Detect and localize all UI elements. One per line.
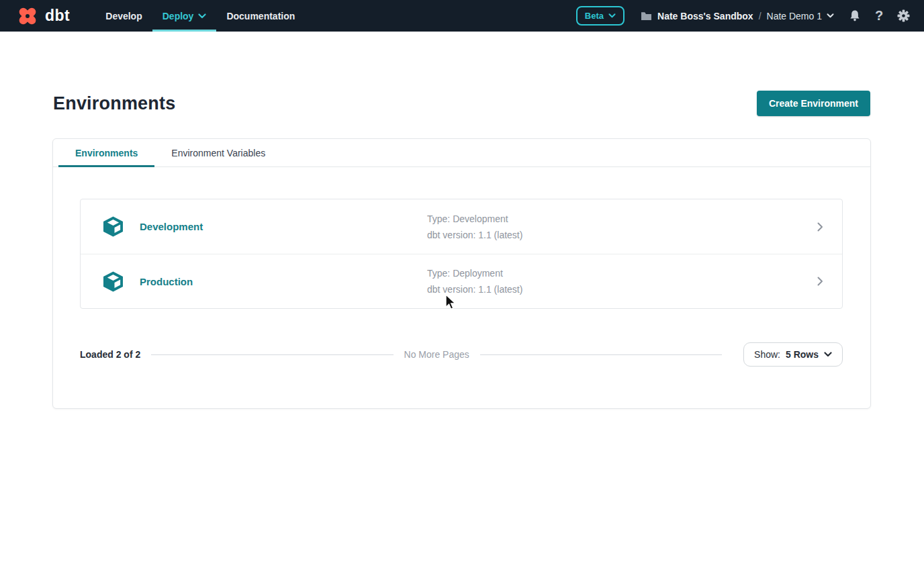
settings-gear-icon[interactable] [896, 7, 911, 25]
environment-cube-icon [101, 214, 126, 239]
nav-active-underline [152, 30, 217, 32]
divider-line [480, 354, 722, 355]
environment-name: Production [140, 276, 427, 287]
environment-row-development[interactable]: Development Type: Development dbt versio… [81, 199, 842, 254]
pagination-bar: Loaded 2 of 2 No More Pages Show: 5 Rows [80, 342, 843, 367]
chevron-down-icon [198, 13, 206, 19]
page-header: Environments Create Environment [0, 32, 924, 116]
page-title: Environments [53, 93, 175, 114]
chevron-down-icon [827, 13, 834, 18]
rows-value: 5 Rows [786, 349, 819, 360]
breadcrumb: Nate Boss's Sandbox / Nate Demo 1 [641, 11, 834, 21]
environment-version: dbt version: 1.1 (latest) [427, 284, 522, 295]
chevron-right-icon [817, 222, 823, 232]
folder-icon [641, 11, 652, 21]
breadcrumb-separator: / [759, 11, 761, 21]
environment-meta: Type: Deployment dbt version: 1.1 (lates… [427, 268, 522, 295]
notifications-bell-icon[interactable] [847, 7, 862, 25]
show-label: Show: [754, 349, 780, 360]
no-more-pages-label: No More Pages [404, 349, 469, 360]
nav-develop[interactable]: Develop [95, 0, 152, 32]
environment-type: Type: Development [427, 213, 522, 224]
divider-line [151, 354, 393, 355]
tab-environments[interactable]: Environments [58, 139, 154, 166]
environment-name: Development [140, 221, 427, 232]
dbt-logo[interactable]: dbt [16, 0, 70, 32]
topbar: dbt Develop Deploy Documentation Beta Na… [0, 0, 924, 32]
environment-list: Development Type: Development dbt versio… [80, 199, 843, 309]
brand-name: dbt [45, 7, 70, 25]
help-icon[interactable]: ? [872, 7, 886, 25]
environment-meta: Type: Development dbt version: 1.1 (late… [427, 213, 522, 240]
breadcrumb-account[interactable]: Nate Boss's Sandbox [657, 11, 753, 21]
loaded-count: Loaded 2 of 2 [80, 349, 140, 360]
beta-dropdown[interactable]: Beta [576, 6, 625, 26]
top-nav: Develop Deploy Documentation [95, 0, 305, 32]
breadcrumb-project-dropdown[interactable]: Nate Demo 1 [767, 11, 834, 21]
dbt-logo-icon [16, 5, 39, 28]
chevron-down-icon [608, 13, 616, 18]
chevron-right-icon [817, 277, 823, 286]
card-body: Development Type: Development dbt versio… [53, 167, 870, 367]
main-content: Environments Create Environment Environm… [0, 32, 924, 409]
environment-row-production[interactable]: Production Type: Deployment dbt version:… [81, 254, 842, 308]
nav-documentation[interactable]: Documentation [216, 0, 305, 32]
create-environment-button[interactable]: Create Environment [757, 91, 870, 116]
topbar-right: Beta Nate Boss's Sandbox / Nate Demo 1 ? [576, 0, 911, 32]
tab-environment-variables[interactable]: Environment Variables [154, 139, 282, 166]
tab-active-underline [58, 165, 154, 167]
tab-bar: Environments Environment Variables [53, 139, 870, 167]
environment-version: dbt version: 1.1 (latest) [427, 230, 522, 240]
nav-deploy[interactable]: Deploy [152, 0, 217, 32]
rows-per-page-dropdown[interactable]: Show: 5 Rows [743, 342, 843, 367]
environment-cube-icon [101, 269, 126, 294]
environment-type: Type: Deployment [427, 268, 522, 279]
chevron-down-icon [824, 352, 832, 357]
environments-card: Environments Environment Variables Devel… [52, 138, 871, 409]
